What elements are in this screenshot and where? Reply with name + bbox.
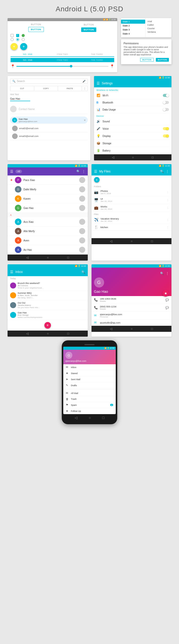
works-more-icon[interactable]: ⋮ (166, 206, 169, 209)
contact-dafei[interactable]: ★ D Dafei Merfy (8, 185, 88, 194)
state-item-2[interactable]: State 2 (121, 24, 145, 28)
recents-nav-icon[interactable]: □ (152, 156, 154, 159)
paste-button[interactable]: PASTE (58, 86, 82, 91)
detail-more-icon[interactable]: ⋮ (166, 272, 169, 276)
contacts-search-icon[interactable]: 🔍 (76, 170, 80, 173)
starred-contact-1[interactable]: ★ P Paco Xiao (8, 175, 88, 185)
detail-fab-star[interactable]: ★ (162, 290, 169, 297)
files-back-icon[interactable]: ◁ (110, 239, 112, 243)
drawer-allmail[interactable]: ✉ All Mail (63, 390, 116, 396)
display-toggle[interactable] (163, 134, 169, 137)
radio-selected-1[interactable] (16, 38, 19, 41)
mic-icon[interactable]: 🎤 (82, 80, 85, 83)
photos-folder[interactable]: 📷 Photos Jan 9, 2014 ⋮ (92, 188, 172, 196)
email-item-2[interactable]: ✉ qcystudio@qq.com (92, 319, 172, 326)
drawer-spam[interactable]: ⚑ Spam ● (63, 402, 116, 408)
cut-button[interactable]: CUT (10, 86, 34, 91)
tab-the-third[interactable]: THE THIRD (80, 52, 114, 56)
files-search-icon[interactable]: 🔍 (160, 170, 164, 173)
search-bar[interactable]: 🔍 Search 🎤 (10, 79, 88, 84)
drawer-sentmail[interactable]: ➤ Sent Mail (63, 376, 116, 382)
bluetooth-item[interactable]: B Bluetooth (94, 99, 172, 106)
contacts-more-icon[interactable]: ⋮ (82, 170, 85, 173)
tab-filled-the-third[interactable]: THE THIRD (80, 58, 114, 62)
tab-item-two[interactable]: ITEM TWO (45, 52, 80, 56)
inbox-item-2[interactable]: Summer BBQ to Alex, Scott, Jennifer Aw d… (8, 291, 88, 300)
more-actions-icon[interactable]: ⋮ (82, 86, 87, 91)
inbox-recents-icon[interactable]: □ (67, 332, 69, 335)
files-fab[interactable]: + (94, 177, 100, 183)
text-input-value[interactable]: Gao Hao (10, 97, 30, 101)
suggestion-2[interactable]: email3@email.com (10, 132, 88, 140)
inbox-home-icon[interactable]: ○ (47, 332, 49, 335)
checkbox-unchecked-1[interactable] (11, 34, 14, 37)
drawer-inbox[interactable]: ✉ Inbox (63, 364, 116, 370)
inbox-back-icon[interactable]: ◁ (26, 332, 28, 335)
storage-item[interactable]: 📦 Storage (94, 140, 172, 147)
detail-recents-icon[interactable]: □ (151, 327, 153, 331)
drawer-trash[interactable]: 🗑 Trash (63, 396, 116, 402)
ui-folder[interactable]: 🖥️ UI Jan 18, 2014 ⋮ (92, 196, 172, 204)
tab-filled-no-one[interactable]: NO. ONE (11, 58, 45, 63)
tab-no-one[interactable]: NO. ONE (11, 52, 45, 57)
chip-close-icon[interactable]: ✕ (84, 119, 86, 122)
wifi-toggle[interactable] (163, 94, 169, 97)
radio-unchecked-2[interactable] (22, 38, 25, 41)
email-item-1[interactable]: ✉ qiancaoyu@live.com Personal (92, 312, 172, 319)
inbox-item-3[interactable]: Oui Oui Sandra Adams Do you have Paris r… (8, 300, 88, 310)
drawer-followup[interactable]: ★ Follow Up (63, 408, 116, 414)
filled-button[interactable]: BUTTON (81, 27, 96, 32)
inbox-item-4[interactable]: Gao Hao Ever Design weibo.com/fuchsimpre… (8, 310, 88, 320)
phone-item-2[interactable]: 📞 (650) 555-1234 Mobile 💬 (92, 304, 172, 312)
kitchen-file[interactable]: 🍴 kitchen ⋮ (92, 224, 172, 231)
big-home-icon[interactable]: ○ (89, 416, 91, 420)
vacation-file[interactable]: ✈️ Vacation Itinerary Jan 30, 2014 ⋮ (92, 216, 172, 224)
state-item-4[interactable]: State 4 (121, 32, 145, 36)
suggestion-1[interactable]: email2@email.com (10, 125, 88, 132)
contact-afei[interactable]: ★ A Afei Merfy (8, 227, 88, 236)
back-nav-icon[interactable]: ◁ (112, 156, 114, 159)
copy-button[interactable]: COPY (34, 86, 58, 91)
tab-filled-item-two[interactable]: ITEM TWO (45, 58, 80, 62)
big-back-icon[interactable]: ◁ (75, 416, 77, 420)
permissions-btn-1[interactable]: BUTTON (140, 58, 154, 62)
kitchen-more-icon[interactable]: ⋮ (166, 226, 169, 229)
sms-icon-1[interactable]: 💬 (165, 298, 169, 302)
detail-search-icon[interactable]: 🔍 (160, 272, 164, 276)
detail-home-icon[interactable]: ○ (131, 327, 133, 331)
state-item-3[interactable]: State 3 (121, 28, 145, 32)
outline-button[interactable]: BUTTON (28, 27, 44, 32)
drawer-stared[interactable]: ★ Stared (63, 370, 116, 376)
checkbox-checked-1[interactable] (16, 34, 19, 37)
sound-item[interactable]: 🔊 Sound (94, 118, 172, 125)
home-nav-icon[interactable]: ○ (132, 156, 134, 159)
fab-yellow[interactable]: + (11, 43, 18, 50)
files-menu-icon[interactable]: ☰ (94, 169, 97, 173)
inbox-search-icon[interactable]: 🔍 (81, 270, 85, 274)
files-recents-icon[interactable]: □ (151, 239, 153, 243)
contact-kaven[interactable]: ★ K Kaven (8, 194, 88, 203)
datausage-item[interactable]: 📊 Data Usage (94, 106, 172, 113)
datausage-toggle[interactable] (163, 108, 169, 111)
big-recents-icon[interactable]: □ (102, 416, 104, 420)
detail-back-icon[interactable]: ◁ (110, 327, 112, 331)
contacts-menu-icon[interactable]: ☰ (10, 169, 13, 173)
ui-more-icon[interactable]: ⋮ (166, 199, 169, 201)
files-home-icon[interactable]: ○ (131, 239, 133, 243)
contact-aven[interactable]: ★ A Aven (8, 236, 88, 245)
phone-item-1[interactable]: 📞 189-1063-0646 Mobile 💬 (92, 296, 172, 304)
inbox-item-1[interactable]: Brunch this weekend? Ali Connors I'll be… (8, 281, 88, 291)
voice-toggle[interactable] (163, 127, 169, 130)
state-item-1[interactable]: State 1 (121, 20, 145, 24)
bluetooth-toggle[interactable] (163, 101, 169, 104)
drawer-drafts[interactable]: ✎ Drafts (63, 382, 116, 388)
vacation-more-icon[interactable]: ⋮ (166, 219, 169, 221)
works-folder[interactable]: 💼 Works Jan 24, 2014 ⋮ (92, 204, 172, 212)
settings-menu-icon[interactable]: ☰ (97, 81, 100, 85)
contacts-home-icon[interactable]: ○ (47, 256, 49, 259)
slider-track[interactable] (16, 66, 108, 67)
contacts-recents-icon[interactable]: □ (67, 256, 69, 259)
contact-gaohao-1[interactable]: ★ G Gao Hao (8, 203, 88, 213)
battery-item[interactable]: 🔋 Battery (94, 147, 172, 154)
contacts-back-icon[interactable]: ◁ (26, 256, 28, 259)
